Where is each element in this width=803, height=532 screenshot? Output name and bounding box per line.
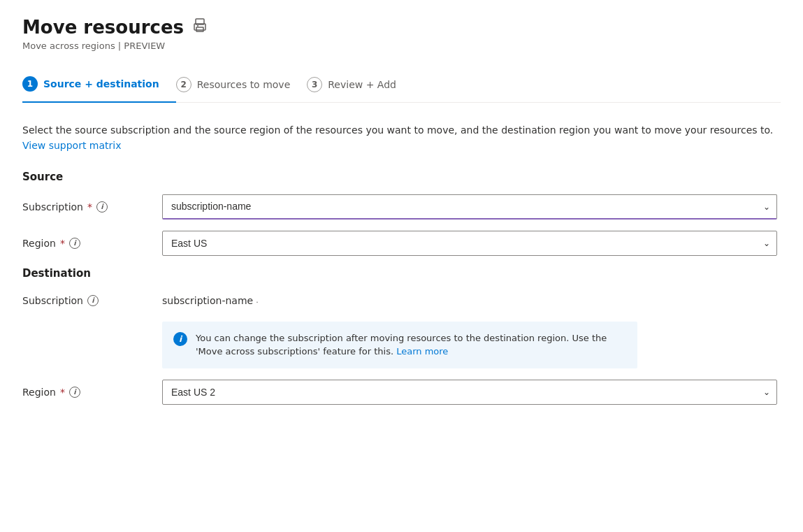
destination-subscription-row: Subscription i subscription-name . i You… — [22, 291, 777, 368]
page-subtitle: Move across regions | PREVIEW — [22, 41, 781, 51]
page-header: Move resources — [22, 17, 781, 38]
step-3-label: Review + Add — [328, 79, 396, 90]
step-2-label: Resources to move — [197, 79, 291, 90]
destination-info-box: i You can change the subscription after … — [162, 322, 637, 368]
view-support-matrix-link[interactable]: View support matrix — [22, 140, 122, 151]
step-1-label: Source + destination — [43, 78, 159, 89]
destination-region-required: * — [60, 387, 65, 398]
destination-region-info-icon[interactable]: i — [69, 387, 80, 398]
step-3[interactable]: 3 Review + Add — [307, 69, 413, 102]
source-region-info-icon[interactable]: i — [69, 238, 80, 249]
source-subscription-info-icon[interactable]: i — [96, 201, 108, 213]
destination-region-dropdown-wrapper: East US 2 East US West US West US 2 Cent… — [162, 380, 777, 405]
print-icon[interactable] — [192, 18, 208, 36]
destination-subscription-value: subscription-name — [162, 291, 253, 310]
description-text: Select the source subscription and the s… — [22, 122, 777, 154]
destination-subscription-label: Subscription i — [22, 291, 162, 306]
step-2[interactable]: 2 Resources to move — [176, 69, 308, 102]
svg-rect-2 — [196, 27, 203, 31]
page-title: Move resources — [22, 17, 184, 38]
step-3-number: 3 — [307, 77, 322, 92]
info-box-text: You can change the subscription after mo… — [196, 331, 626, 359]
step-1-number: 1 — [22, 76, 38, 92]
destination-subscription-info-icon[interactable]: i — [87, 295, 99, 306]
main-container: Move resources Move across regions | PRE… — [0, 0, 803, 532]
source-region-control: East US East US 2 West US West US 2 Cent… — [162, 231, 777, 256]
source-region-row: Region * i East US East US 2 West US Wes… — [22, 231, 777, 256]
source-section: Source Subscription * i subscription-nam… — [22, 171, 781, 256]
destination-section: Destination Subscription i subscription-… — [22, 267, 781, 405]
source-subscription-control: subscription-name ⌄ — [162, 194, 777, 220]
source-region-required: * — [60, 238, 65, 249]
destination-region-dropdown[interactable]: East US 2 East US West US West US 2 Cent… — [162, 380, 777, 405]
source-subscription-row: Subscription * i subscription-name ⌄ — [22, 194, 777, 220]
source-subscription-required: * — [87, 201, 92, 213]
destination-region-row: Region * i East US 2 East US West US Wes… — [22, 380, 777, 405]
step-1[interactable]: 1 Source + destination — [22, 68, 176, 103]
step-2-number: 2 — [176, 77, 191, 92]
source-region-dropdown-wrapper: East US East US 2 West US West US 2 Cent… — [162, 231, 777, 256]
destination-region-label: Region * i — [22, 387, 162, 398]
source-region-dropdown[interactable]: East US East US 2 West US West US 2 Cent… — [162, 231, 777, 256]
source-subscription-dropdown[interactable]: subscription-name — [162, 194, 777, 220]
destination-region-control: East US 2 East US West US West US 2 Cent… — [162, 380, 777, 405]
destination-section-title: Destination — [22, 267, 781, 280]
info-box-icon: i — [173, 332, 187, 346]
wizard-steps: 1 Source + destination 2 Resources to mo… — [22, 68, 781, 103]
source-section-title: Source — [22, 171, 781, 183]
source-region-label: Region * i — [22, 238, 162, 249]
destination-subscription-dot: . — [256, 296, 259, 305]
source-subscription-label: Subscription * i — [22, 201, 162, 213]
source-subscription-dropdown-wrapper: subscription-name ⌄ — [162, 194, 777, 220]
learn-more-link[interactable]: Learn more — [396, 346, 448, 357]
